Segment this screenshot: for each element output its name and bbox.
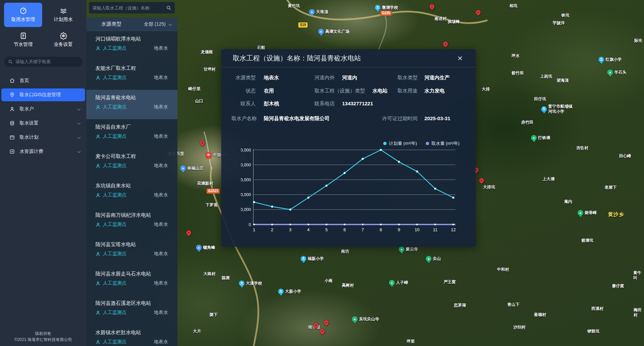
bank-badge-icon[interactable]: 中: [206, 152, 212, 158]
chevron-down-icon: [77, 135, 81, 139]
scenic-badge-icon[interactable]: ▲: [578, 210, 583, 216]
map-label[interactable]: ▲聚云寺: [399, 246, 418, 252]
poi-badge-icon[interactable]: ▲: [196, 245, 202, 250]
svg-text:8: 8: [380, 227, 382, 232]
home-icon: [9, 78, 15, 83]
station-list-item[interactable]: 陆河县青砬水电站人工监测点地表水: [86, 90, 177, 119]
station-name: 河口镇唱歌潭水电站: [95, 36, 168, 42]
menu-label: 首页: [20, 78, 29, 84]
sidebar-search-placeholder: 请输入关键字检索: [16, 59, 51, 65]
field-value: 在用: [264, 88, 274, 94]
station-list-item[interactable]: 陆河县激石溪老区水电站人工监测点地表水: [86, 295, 177, 325]
person-icon: [95, 340, 101, 345]
school-badge-icon[interactable]: 文: [301, 256, 306, 262]
station-list-item[interactable]: 河口镇唱歌潭水电站人工监测点地表水: [86, 31, 177, 60]
water-source-type: 地表水: [154, 163, 168, 169]
map-label[interactable]: 文普宁市船埔镇 河坑小学: [541, 104, 572, 114]
sidebar-item-water-billing[interactable]: 水资源计费: [1, 145, 85, 158]
station-detail-modal: 取水工程（设施）名称：陆河县青砬水电站 ✕ 水源类型地表水河道内外河道内取水类型…: [221, 49, 476, 247]
station-list-item[interactable]: 水唇镇水栏肚水电站人工监测点地表水: [86, 325, 177, 346]
legend-item-plan[interactable]: 计划量 (m³/年): [383, 140, 417, 147]
road-shield: G1523: [206, 188, 220, 194]
scenic-badge-icon[interactable]: ▲: [531, 135, 537, 141]
map-pin-icon: [9, 92, 15, 98]
map-label[interactable]: ▲尖山: [426, 256, 441, 262]
water-source-type-filter[interactable]: 水源类型 全部 (125): [86, 18, 177, 31]
poi-badge-icon[interactable]: ▲: [309, 9, 315, 15]
map-label: 西溪村: [591, 306, 604, 311]
station-list-item[interactable]: 东坑镇自来水站人工监测点地表水: [86, 178, 177, 207]
tile-business-settings[interactable]: 业务设置: [44, 28, 82, 52]
user-icon: [9, 106, 15, 112]
modal-title: 取水工程（设施）名称：陆河县青砬水电站: [233, 54, 361, 63]
field-value: 彭木桃: [264, 101, 279, 107]
station-list-item[interactable]: 陆河县自来水厂人工监测点地表水: [86, 119, 177, 149]
search-icon: [8, 59, 13, 64]
tile-water-saving-management[interactable]: 节水管理: [4, 28, 42, 52]
station-name: 东坑镇自来水站: [95, 183, 168, 189]
station-search-input[interactable]: [92, 5, 166, 10]
station-list-item[interactable]: 陆河县南万镇杞洋水电站人工监测点地表水: [86, 207, 177, 237]
station-list-item[interactable]: 麦卡公司取水工程人工监测点地表水: [86, 149, 177, 178]
station-search-box[interactable]: [89, 2, 175, 14]
map-label: 挨垅蜂: [448, 19, 460, 24]
monitor-type: 人工监测点: [103, 133, 127, 139]
sidebar-item-water-users[interactable]: 取水户: [1, 103, 85, 115]
tile-water-intake-management[interactable]: 取用水管理: [4, 3, 42, 27]
scenic-badge-icon[interactable]: ▲: [607, 70, 613, 75]
calendar-icon: [9, 135, 15, 140]
filter-count: 全部 (125): [144, 21, 166, 27]
map-label: 梅田村: [634, 308, 644, 318]
field: 取水户名称陆河县青砬水电发展有限公司: [231, 115, 330, 122]
intake-line-chart[interactable]: 01,000,0002,000,0003,000,0004,000,0005,0…: [241, 147, 460, 234]
school-badge-icon[interactable]: 文: [598, 57, 604, 62]
scenic-badge-icon[interactable]: ▲: [426, 256, 431, 262]
map-label[interactable]: ▲打铁塘: [531, 135, 550, 141]
map-label[interactable]: ▲天珠顶: [309, 9, 328, 15]
map-label[interactable]: 文福新小学: [301, 256, 324, 262]
map-label[interactable]: ▲东坑尖山寺: [352, 316, 379, 322]
school-badge-icon[interactable]: 文: [278, 289, 284, 294]
school-badge-icon[interactable]: 文: [375, 5, 381, 10]
poi-badge-icon[interactable]: ▲: [180, 165, 186, 171]
map-label[interactable]: 文大新小学: [278, 289, 301, 294]
station-list-item[interactable]: 陆河县宝塔水电站人工监测点地表水: [86, 237, 177, 266]
map-label[interactable]: 文墩塘学校: [375, 5, 398, 10]
map-label: 上大塘: [542, 177, 555, 182]
map-label[interactable]: ▲幸福山庄: [180, 165, 203, 171]
map-label[interactable]: ▲烧香嶂: [578, 210, 597, 216]
tile-planned-water-use[interactable]: 计划用水: [44, 3, 82, 27]
sidebar-search[interactable]: 请输入关键字检索: [4, 57, 82, 67]
map-label[interactable]: 文红旗小学: [598, 57, 622, 62]
station-list-item[interactable]: 友能水厂取水工程人工监测点地表水: [86, 60, 177, 90]
close-icon[interactable]: ✕: [456, 54, 464, 63]
map-label[interactable]: 文大溪学校: [239, 281, 262, 286]
map-label[interactable]: ▲羊石头: [607, 70, 626, 75]
sidebar-item-home[interactable]: 首页: [1, 74, 85, 87]
legend-item-intake[interactable]: 取水量 (m³/年): [426, 140, 459, 147]
map-label[interactable]: ▲高塘文化广场: [318, 29, 349, 34]
sidebar-item-intake-settings[interactable]: 取水设置: [1, 117, 85, 130]
water-source-type: 地表水: [154, 339, 168, 345]
station-list-item[interactable]: 陆河县水唇走马石水电站人工监测点地表水: [86, 266, 177, 295]
scenic-badge-icon[interactable]: ▲: [399, 246, 404, 252]
map-label: 坪水: [511, 53, 520, 58]
map-label: 大排: [482, 87, 490, 92]
map-label: 嶂仔里: [188, 86, 200, 91]
school-badge-icon[interactable]: 文: [239, 281, 245, 286]
monitor-type: 人工监测点: [103, 280, 127, 286]
svg-text:11: 11: [433, 227, 438, 232]
sidebar-item-gis-management[interactable]: 取水口GIS信息管理: [1, 88, 85, 101]
school-badge-icon[interactable]: 文: [541, 106, 547, 112]
poi-badge-icon[interactable]: ▲: [318, 29, 324, 34]
sidebar-item-intake-plan[interactable]: 取水计划: [1, 131, 85, 144]
monitor-type: 人工监测点: [103, 310, 127, 316]
map-label: 坪里: [407, 339, 415, 344]
map-label: 南坊: [341, 249, 349, 254]
map-label[interactable]: ▲螺角峰: [196, 245, 215, 250]
map-label: 小南: [325, 278, 333, 283]
map-label[interactable]: ▲人子嶂: [389, 280, 408, 286]
scenic-badge-icon[interactable]: ▲: [352, 316, 358, 322]
scenic-badge-icon[interactable]: ▲: [389, 280, 395, 286]
tile-label: 计划用水: [54, 17, 73, 23]
